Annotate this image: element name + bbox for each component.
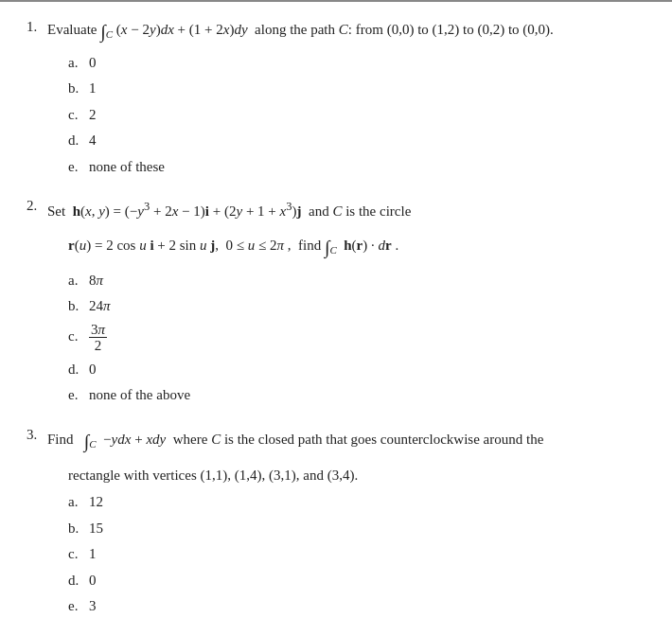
q3-value-c: 1 (89, 543, 97, 565)
q1-value-a: 0 (89, 52, 97, 74)
q1-value-c: 2 (89, 104, 97, 126)
q3-label-e: e. (68, 595, 89, 617)
q2-label-d: d. (68, 359, 89, 380)
question-1: 1. Evaluate ∫C (x − 2y)dx + (1 + 2x)dy a… (27, 19, 645, 177)
q3-option-b: b. 15 (68, 518, 645, 539)
q3-text: Find ∫C −ydx + xdy where C is the closed… (47, 427, 543, 455)
q3-option-d: d. 0 (68, 570, 645, 592)
question-2: 2. Set h(x, y) = (−y3 + 2x − 1)i + (2y +… (27, 198, 645, 406)
q2-option-a: a. 8π (68, 270, 645, 291)
q2-number: 2. (27, 198, 47, 214)
q2-value-c: 3π 2 (89, 322, 107, 354)
q1-value-e: none of these (89, 156, 165, 178)
q2-option-d: d. 0 (68, 359, 645, 380)
q2-text: Set h(x, y) = (−y3 + 2x − 1)i + (2y + 1 … (47, 198, 411, 222)
q2-fraction-c: 3π 2 (89, 322, 107, 354)
q1-option-a: a. 0 (68, 52, 645, 74)
q1-option-c: c. 2 (68, 104, 645, 126)
q2-value-a: 8π (89, 270, 103, 291)
q2-label-e: e. (68, 384, 89, 406)
q3-label-c: c. (68, 543, 89, 565)
q1-label-e: e. (68, 156, 89, 178)
q3-value-d: 0 (89, 570, 97, 592)
q1-number: 1. (27, 19, 47, 35)
q2-subline: r(u) = 2 cos u i + 2 sin u j, 0 ≤ u ≤ 2π… (68, 232, 645, 262)
q3-label-b: b. (68, 518, 89, 539)
q2-options: a. 8π b. 24π c. 3π 2 d. 0 (68, 270, 645, 406)
q3-value-b: 15 (89, 518, 103, 539)
q1-label-c: c. (68, 104, 89, 126)
q3-value-e: 3 (89, 595, 97, 617)
q3-option-c: c. 1 (68, 543, 645, 565)
q2-value-b: 24π (89, 295, 111, 317)
q1-option-e: e. none of these (68, 156, 645, 178)
q3-subline: rectangle with vertices (1,1), (1,4), (3… (68, 465, 645, 486)
q1-label-b: b. (68, 78, 89, 99)
q1-option-b: b. 1 (68, 78, 645, 99)
q1-value-d: 4 (89, 130, 97, 151)
q2-label-b: b. (68, 295, 89, 317)
q3-label-a: a. (68, 491, 89, 513)
q2-value-e: none of the above (89, 384, 190, 406)
q1-option-d: d. 4 (68, 130, 645, 151)
q2-label-a: a. (68, 270, 89, 291)
q2-value-d: 0 (89, 359, 97, 380)
q1-value-b: 1 (89, 78, 97, 99)
exam-page: 1. Evaluate ∫C (x − 2y)dx + (1 + 2x)dy a… (0, 0, 672, 618)
q2-label-c: c. (68, 326, 89, 347)
q3-option-e: e. 3 (68, 595, 645, 617)
q1-label-a: a. (68, 52, 89, 74)
q1-options: a. 0 b. 1 c. 2 d. 4 e. none of these (68, 52, 645, 178)
q1-label-d: d. (68, 130, 89, 151)
q2-option-e: e. none of the above (68, 384, 645, 406)
q3-value-a: 12 (89, 491, 103, 513)
q1-text: Evaluate ∫C (x − 2y)dx + (1 + 2x)dy alon… (47, 19, 554, 43)
q3-options: a. 12 b. 15 c. 1 d. 0 e. 3 f. None of th… (68, 491, 645, 618)
question-3: 3. Find ∫C −ydx + xdy where C is the clo… (27, 427, 645, 619)
q2-option-b: b. 24π (68, 295, 645, 317)
q3-label-d: d. (68, 570, 89, 592)
q2-option-c: c. 3π 2 (68, 322, 645, 354)
q3-number: 3. (27, 427, 47, 443)
q3-option-a: a. 12 (68, 491, 645, 513)
